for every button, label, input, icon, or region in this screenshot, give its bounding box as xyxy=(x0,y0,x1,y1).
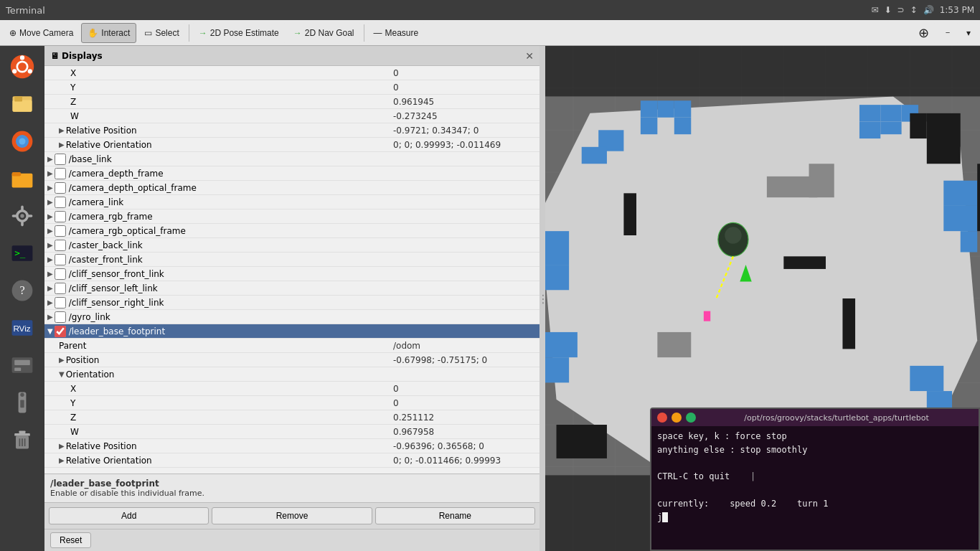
sidebar-browser-icon[interactable] xyxy=(4,123,40,159)
rename-button[interactable]: Rename xyxy=(375,507,535,524)
svg-rect-80 xyxy=(977,164,980,231)
tree-row-rel-pos-bot[interactable]: ▶ Relative Position -0.96396; 0.36568; 0 xyxy=(44,439,540,453)
terminal-maximize-button[interactable] xyxy=(686,413,696,423)
checkbox-cliff-left[interactable] xyxy=(55,283,66,294)
tray-icon-mail: ✉ xyxy=(871,5,878,15)
expander-rel-ori-top[interactable]: ▶ xyxy=(59,141,65,149)
tree-row-camera-rgb-optical[interactable]: ▶ /camera_rgb_optical_frame xyxy=(44,224,540,238)
sidebar-rviz-icon[interactable]: RViz xyxy=(4,310,40,346)
terminal-content[interactable]: space key, k : force stop anything else … xyxy=(651,426,979,550)
expander-camera-rgb-optical[interactable]: ▶ xyxy=(47,227,53,235)
expander-cliff-front[interactable]: ▶ xyxy=(47,270,53,278)
select-button[interactable]: ▭ Select xyxy=(138,23,185,43)
tree-row-rel-ori-top[interactable]: ▶ Relative Orientation 0; 0; 0.99993; -0… xyxy=(44,138,540,152)
checkbox-camera-rgb-optical[interactable] xyxy=(55,225,66,237)
sidebar-folder-icon[interactable] xyxy=(4,161,40,197)
expander-gyro[interactable]: ▶ xyxy=(47,313,53,321)
interact-button[interactable]: ✋ Interact xyxy=(81,23,136,43)
expander-rel-ori-bot[interactable]: ▶ xyxy=(59,456,65,464)
checkbox-camera-link[interactable] xyxy=(55,197,66,208)
displays-title-text: Displays xyxy=(62,51,103,61)
expander-caster-front[interactable]: ▶ xyxy=(47,255,53,263)
tree-row-leader-base[interactable]: ▼ /leader_base_footprint xyxy=(44,324,540,339)
interact-label: Interact xyxy=(101,28,130,38)
tree-row-cliff-left[interactable]: ▶ /cliff_sensor_left_link xyxy=(44,281,540,296)
expander-camera-depth-optical[interactable]: ▶ xyxy=(47,184,53,192)
tree-row-cliff-front[interactable]: ▶ /cliff_sensor_front_link xyxy=(44,267,540,281)
svg-rect-100 xyxy=(704,311,710,321)
terminal-minimize-button[interactable] xyxy=(672,413,682,423)
tree-row-cliff-right[interactable]: ▶ /cliff_sensor_right_link xyxy=(44,296,540,310)
label-parent: Parent xyxy=(59,341,393,351)
map-area[interactable]: /opt/ros/groovy/stacks/turtlebot_apps/tu… xyxy=(545,46,980,551)
sidebar-terminal-icon[interactable]: >_ xyxy=(4,235,40,271)
checkbox-cliff-front[interactable] xyxy=(55,268,66,280)
terminal-line-3 xyxy=(657,458,973,470)
sidebar-trash-icon[interactable] xyxy=(4,422,40,458)
tree-row-caster-back[interactable]: ▶ /caster_back_link xyxy=(44,238,540,253)
zoom-out-button[interactable]: － xyxy=(937,23,958,43)
tree-row-camera-depth-optical[interactable]: ▶ /camera_depth_optical_frame xyxy=(44,181,540,195)
2d-pose-button[interactable]: → 2D Pose Estimate xyxy=(192,23,286,43)
tree-row-camera-rgb[interactable]: ▶ /camera_rgb_frame xyxy=(44,209,540,224)
label-camera-rgb: /camera_rgb_frame xyxy=(69,212,537,222)
expander-leader-base[interactable]: ▼ xyxy=(47,327,53,335)
expander-cliff-right[interactable]: ▶ xyxy=(47,298,53,306)
expander-camera-link[interactable]: ▶ xyxy=(47,198,53,206)
sidebar-help-icon[interactable]: ? xyxy=(4,273,40,309)
crosshair-button[interactable]: ⊕ xyxy=(912,23,936,43)
tree-row-rel-ori-bot[interactable]: ▶ Relative Orientation 0; 0; -0.011466; … xyxy=(44,453,540,468)
tree-row-camera-link[interactable]: ▶ /camera_link xyxy=(44,195,540,209)
reset-button[interactable]: Reset xyxy=(50,532,91,548)
checkbox-leader-base[interactable] xyxy=(55,326,66,337)
tree-row-orientation[interactable]: ▼ Orientation xyxy=(44,367,540,382)
checkbox-gyro[interactable] xyxy=(55,311,66,323)
tree-row-gyro[interactable]: ▶ /gyro_link xyxy=(44,310,540,324)
checkbox-caster-front[interactable] xyxy=(55,254,66,265)
checkbox-camera-rgb[interactable] xyxy=(55,211,66,222)
titlebar: Terminal ✉ ⬇ ⊃ ↕ 🔊 1:53 PM xyxy=(0,0,980,20)
displays-info: /leader_base_footprint Enable or disable… xyxy=(44,474,540,502)
displays-icon: 🖥 xyxy=(50,51,59,61)
sidebar-workspace-icon[interactable] xyxy=(4,347,40,383)
sidebar-ubuntu-icon[interactable] xyxy=(4,49,40,85)
2d-nav-button[interactable]: → 2D Nav Goal xyxy=(287,23,361,43)
expander-caster-back[interactable]: ▶ xyxy=(47,241,53,249)
measure-button[interactable]: — Measure xyxy=(367,23,425,43)
checkbox-base-link[interactable] xyxy=(55,154,66,165)
checkbox-caster-back[interactable] xyxy=(55,240,66,251)
expander-position[interactable]: ▶ xyxy=(59,356,65,364)
expander-camera-depth[interactable]: ▶ xyxy=(47,169,53,177)
displays-close-button[interactable]: ✕ xyxy=(525,50,534,62)
checkbox-cliff-right[interactable] xyxy=(55,297,66,309)
label-rel-pos-bot: Relative Position xyxy=(66,441,393,451)
expander-cliff-left[interactable]: ▶ xyxy=(47,284,53,292)
remove-button[interactable]: Remove xyxy=(212,507,372,524)
expander-base-link[interactable]: ▶ xyxy=(47,155,53,163)
svg-point-4 xyxy=(12,69,17,73)
tree-row-camera-depth[interactable]: ▶ /camera_depth_frame xyxy=(44,166,540,181)
terminal-close-button[interactable] xyxy=(657,413,667,423)
tree-row-position[interactable]: ▶ Position -0.67998; -0.75175; 0 xyxy=(44,353,540,367)
svg-rect-94 xyxy=(809,164,834,197)
resize-handle[interactable]: ⋮ xyxy=(540,46,545,551)
expander-orientation[interactable]: ▼ xyxy=(59,370,65,378)
checkbox-camera-depth-optical[interactable] xyxy=(55,182,66,194)
tree-row-caster-front[interactable]: ▶ /caster_front_link xyxy=(44,253,540,267)
svg-rect-75 xyxy=(927,113,961,164)
expander-rel-pos-top[interactable]: ▶ xyxy=(59,126,65,134)
expander-rel-pos-bot[interactable]: ▶ xyxy=(59,442,65,450)
tree-row-base-link[interactable]: ▶ /base_link xyxy=(44,152,540,166)
zoom-dropdown-button[interactable]: ▾ xyxy=(960,23,977,43)
displays-scroll-area[interactable]: X 0 Y 0 Z 0.961945 W -0.273245 ▶ Relativ… xyxy=(44,66,540,474)
sidebar-files-icon[interactable] xyxy=(4,86,40,122)
svg-rect-101 xyxy=(623,193,636,235)
expander-camera-rgb[interactable]: ▶ xyxy=(47,212,53,220)
checkbox-camera-depth[interactable] xyxy=(55,168,66,179)
move-camera-button[interactable]: ⊕ Move Camera xyxy=(3,23,80,43)
label-w-top: W xyxy=(70,111,393,121)
add-button[interactable]: Add xyxy=(49,507,209,524)
tree-row-rel-pos-top[interactable]: ▶ Relative Position -0.9721; 0.34347; 0 xyxy=(44,123,540,138)
sidebar-usb-icon[interactable] xyxy=(4,385,40,420)
sidebar-settings-icon[interactable] xyxy=(4,198,40,234)
